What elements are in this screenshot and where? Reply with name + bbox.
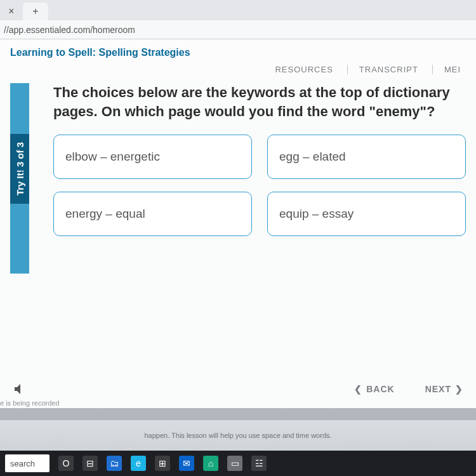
resources-link[interactable]: RESOURCES [275,65,333,74]
browser-tabstrip: × + [0,0,476,20]
explorer-icon[interactable]: 🗂 [107,456,122,471]
app-icon[interactable]: ▭ [227,456,242,471]
lesson-header: Learning to Spell: Spelling Strategies R… [0,39,476,78]
new-tab-button[interactable]: + [23,3,48,20]
choice-option[interactable]: equip – essay [267,192,466,236]
chevron-right-icon: ❯ [455,384,463,394]
mail-icon[interactable]: ✉ [179,456,194,471]
screen: × + //app.essentialed.com/homeroom Learn… [0,0,476,476]
choice-option[interactable]: energy – equal [53,192,252,236]
lesson-tools: RESOURCES TRANSCRIPT MEI [10,58,466,78]
peek-text: happen. This lesson will help you use sp… [144,432,331,439]
back-button[interactable]: ❮ BACK [354,384,394,394]
chevron-left-icon: ❮ [354,384,362,394]
choice-option[interactable]: elbow – energetic [53,135,252,179]
progress-sidebar: Try It! 3 of 3 [10,83,29,274]
choices-grid: elbow – energetic egg – elated energy – … [44,135,468,236]
choice-option[interactable]: egg – elated [267,135,466,179]
store-icon[interactable]: ⊞ [155,456,170,471]
next-button[interactable]: NEXT ❯ [425,384,463,394]
back-label: BACK [366,384,394,394]
taskbar-search[interactable]: search [5,454,50,472]
background-lesson-peek: happen. This lesson will help you use sp… [0,420,476,451]
next-label: NEXT [425,384,451,394]
content-area: Try It! 3 of 3 The choices below are the… [0,78,476,408]
address-bar[interactable]: //app.essentialed.com/homeroom [0,20,476,39]
lesson-title: Learning to Spell: Spelling Strategies [10,47,466,58]
menu-link[interactable]: MEI [432,65,461,74]
app-icon[interactable]: ☳ [251,456,267,471]
taskview-icon[interactable]: ⊟ [83,456,98,471]
question-text: The choices below are the keywords at th… [44,78,468,135]
progress-label: Try It! 3 of 3 [15,142,25,195]
speaker-icon[interactable] [13,381,28,397]
recording-note: e is being recorded [0,399,60,407]
taskbar: search O ⊟ 🗂 e ⊞ ✉ ⌂ ▭ ☳ [0,451,476,476]
edge-icon[interactable]: e [131,456,146,471]
cortana-icon[interactable]: O [58,456,74,471]
nav-row: ❮ BACK NEXT ❯ [0,381,476,397]
transcript-link[interactable]: TRANSCRIPT [347,65,418,74]
url-text: //app.essentialed.com/homeroom [4,25,135,35]
tab-close-button[interactable]: × [3,3,20,20]
app-icon[interactable]: ⌂ [203,456,218,471]
